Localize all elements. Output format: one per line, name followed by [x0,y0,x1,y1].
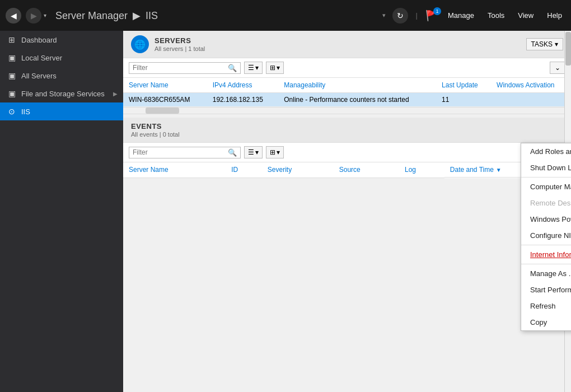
col-last-update[interactable]: Last Update [436,78,491,93]
separator-3 [521,264,571,264]
col-ipv4[interactable]: IPv4 Address [207,78,278,93]
context-menu-manage-as[interactable]: Manage As ... [521,265,571,282]
sidebar: ⊞ Dashboard ▣ Local Server ▣ All Servers… [0,31,123,392]
refresh-button[interactable]: ↻ [392,8,408,24]
manage-menu[interactable]: Manage [444,9,478,22]
servers-subtitle-all: All servers [155,45,183,52]
servers-filter-input[interactable] [133,64,228,72]
col-ev-id[interactable]: ID [226,162,262,178]
context-menu-copy[interactable]: Copy [521,314,571,330]
context-menu-powershell[interactable]: Windows PowerShell [521,211,571,227]
servers-table-head: Server Name IPv4 Address Manageability L… [123,78,571,93]
filter-icon: ⊞ [270,148,275,156]
main-layout: ⊞ Dashboard ▣ Local Server ▣ All Servers… [0,31,571,392]
context-menu: Add Roles and Features Shut Down Local S… [521,143,571,331]
col-ev-log[interactable]: Log [399,162,444,178]
flag-badge: 1 [433,7,441,15]
view-arrow: ▾ [255,148,259,156]
sidebar-item-label: Dashboard [21,36,57,44]
sidebar-item-file-storage[interactable]: ▣ File and Storage Services [0,85,123,102]
context-menu-nic-teaming[interactable]: Configure NIC Teaming [521,227,571,244]
dashboard-icon: ⊞ [7,35,17,44]
servers-table: Server Name IPv4 Address Manageability L… [123,78,571,107]
servers-hscrollbar[interactable] [123,107,571,114]
flag-button[interactable]: 🚩 1 [425,10,438,22]
servers-tasks-button[interactable]: TASKS ▾ [526,38,563,50]
sidebar-item-label: Local Server [21,54,62,62]
filter-arrow: ▾ [277,148,280,156]
col-server-name[interactable]: Server Name [123,78,207,93]
tasks-label: TASKS [531,40,553,48]
servers-filter-box[interactable]: 🔍 [129,62,241,74]
sidebar-item-local-server[interactable]: ▣ Local Server [0,49,123,67]
servers-section-header: 🌐 SERVERS All servers | 1 total TASKS ▾ [123,31,571,58]
context-menu-shutdown[interactable]: Shut Down Local Server [521,160,571,176]
sidebar-item-iis[interactable]: ⊙ IIS [0,102,123,120]
context-menu-perf-counters[interactable]: Start Performance Counters [521,282,571,298]
back-button[interactable]: ◀ [6,8,21,24]
view-arrow: ▾ [255,64,259,72]
window-title: Server Manager ▶ IIS [55,10,378,22]
events-section: EVENTS All events | 0 total 🔍 ☰ ▾ [123,118,571,178]
list-icon: ☰ [248,148,254,156]
main-content: 🌐 SERVERS All servers | 1 total TASKS ▾ [123,31,571,392]
view-menu[interactable]: View [514,9,537,22]
vscroll-thumb [565,32,571,66]
context-menu-add-roles[interactable]: Add Roles and Features [521,143,571,160]
sidebar-item-label: IIS [21,108,30,116]
list-icon: ☰ [248,64,254,72]
title-sub: IIS [146,10,158,21]
context-menu-iis-manager[interactable]: Internet Information Services (IIS) Mana… [521,246,571,263]
events-section-header: EVENTS All events | 0 total [123,118,571,143]
events-header-left: EVENTS All events | 0 total [131,122,180,138]
events-filter-btn[interactable]: ⊞ ▾ [266,146,284,158]
context-menu-computer-mgmt[interactable]: Computer Management [521,179,571,195]
servers-section: 🌐 SERVERS All servers | 1 total TASKS ▾ [123,31,571,114]
events-filter-input[interactable] [133,148,228,156]
filter-arrow: ▾ [277,64,280,72]
servers-table-body: WIN-6836CR655AM 192.168.182.135 Online -… [123,93,571,107]
tools-menu[interactable]: Tools [484,9,508,22]
sidebar-item-dashboard[interactable]: ⊞ Dashboard [0,31,123,49]
events-scroll-area[interactable]: Server Name ID Severity Source Log Date … [123,162,571,178]
servers-scroll-area[interactable]: Server Name IPv4 Address Manageability L… [123,78,571,107]
events-filter-box[interactable]: 🔍 [129,147,241,158]
search-icon: 🔍 [228,148,237,157]
filter-icon: ⊞ [270,64,275,72]
col-ev-server-name[interactable]: Server Name [123,162,226,178]
servers-collapse-btn[interactable]: ⌄ [550,62,565,74]
col-ev-severity[interactable]: Severity [262,162,334,178]
col-ev-source[interactable]: Source [334,162,399,178]
dropdown-icon: ▾ [382,12,386,19]
events-subtitle-count: 0 total [163,131,180,138]
cell-manageability: Online - Performance counters not starte… [278,93,436,107]
col-windows-activation[interactable]: Windows Activation [491,78,571,93]
events-table: Server Name ID Severity Source Log Date … [123,162,571,178]
events-view-btn[interactable]: ☰ ▾ [244,146,263,158]
col-manageability[interactable]: Manageability [278,78,436,93]
title-arrow: ▶ [133,10,141,21]
local-server-icon: ▣ [7,53,17,62]
cell-last-update: 11 [436,93,491,107]
servers-globe-icon: 🌐 [134,39,146,50]
servers-header-left: 🌐 SERVERS All servers | 1 total [131,35,205,53]
servers-view-btn[interactable]: ☰ ▾ [244,62,263,74]
iis-icon: ⊙ [7,107,17,116]
forward-button[interactable]: ▶ [26,8,41,24]
nav-dropdown-button[interactable]: ▾ [44,12,46,18]
context-menu-refresh[interactable]: Refresh [521,298,571,314]
table-row[interactable]: WIN-6836CR655AM 192.168.182.135 Online -… [123,93,571,107]
sidebar-item-all-servers[interactable]: ▣ All Servers [0,67,123,85]
servers-title: SERVERS [155,36,205,45]
help-menu[interactable]: Help [544,9,565,22]
titlebar-actions: ▾ ↻ | 🚩 1 Manage Tools View Help [382,8,565,24]
events-toolbar: 🔍 ☰ ▾ ⊞ ▾ [123,143,571,162]
cell-ipv4: 192.168.182.135 [207,93,278,107]
separator-2 [521,245,571,245]
servers-filter-btn[interactable]: ⊞ ▾ [266,62,284,74]
separator-1 [521,177,571,178]
search-icon: 🔍 [228,64,237,72]
collapse-icon: ⌄ [555,64,560,72]
titlebar: ◀ ▶ ▾ Server Manager ▶ IIS ▾ ↻ | 🚩 1 Man… [0,0,571,31]
events-subtitle: All events | 0 total [131,131,180,138]
